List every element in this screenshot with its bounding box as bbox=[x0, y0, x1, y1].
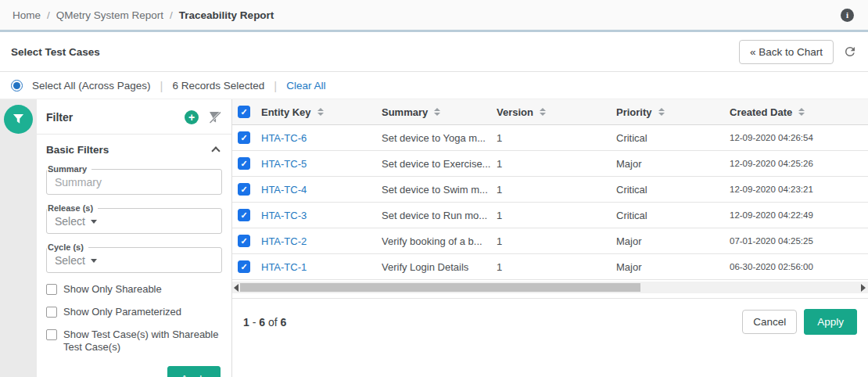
chevron-up-icon bbox=[211, 146, 220, 155]
checkbox-label: Show Only Shareable bbox=[63, 283, 162, 296]
column-header-entity-key[interactable]: Entity Key bbox=[261, 106, 382, 118]
release-field-label: Release (s) bbox=[47, 203, 98, 214]
show-shareable-testcase-checkbox[interactable] bbox=[46, 329, 57, 340]
breadcrumb-qmetry-system-report[interactable]: QMetry System Report bbox=[56, 9, 163, 21]
summary-input[interactable] bbox=[55, 176, 213, 188]
column-label: Priority bbox=[616, 106, 652, 118]
funnel-icon bbox=[13, 113, 24, 125]
refresh-icon[interactable] bbox=[843, 45, 857, 59]
cycle-select-value: Select bbox=[55, 254, 85, 267]
entity-key-link[interactable]: HTA-TC-6 bbox=[261, 132, 307, 144]
table-row: HTA-TC-5 Set device to Exercise... 1 Maj… bbox=[232, 151, 868, 177]
table-body: HTA-TC-6 Set device to Yoga m... 1 Criti… bbox=[232, 125, 868, 280]
column-label: Created Date bbox=[730, 106, 792, 118]
separator: | bbox=[160, 79, 163, 92]
column-header-summary[interactable]: Summary bbox=[382, 106, 497, 118]
column-label: Summary bbox=[382, 106, 428, 118]
table-row: HTA-TC-1 Verify Login Details 1 Major 06… bbox=[232, 254, 868, 280]
priority-cell: Critical bbox=[616, 184, 730, 196]
back-to-chart-button[interactable]: « Back to Chart bbox=[739, 40, 834, 64]
total-count: 6 bbox=[281, 316, 287, 329]
sort-icon bbox=[798, 108, 805, 116]
apply-button[interactable]: Apply bbox=[804, 309, 857, 335]
cycle-field[interactable]: Cycle (s) Select bbox=[46, 247, 222, 273]
breadcrumb-home[interactable]: Home bbox=[13, 9, 41, 21]
filter-panel-title: Filter bbox=[46, 111, 185, 124]
created-date-cell: 12-09-2020 04:26:54 bbox=[730, 133, 868, 142]
range-end: 6 bbox=[259, 316, 265, 329]
chevron-down-icon bbox=[91, 220, 97, 224]
column-label: Version bbox=[497, 106, 533, 118]
horizontal-scrollbar[interactable] bbox=[232, 282, 868, 293]
row-checkbox[interactable] bbox=[238, 183, 250, 196]
priority-cell: Critical bbox=[616, 210, 730, 221]
range-separator: - bbox=[253, 316, 256, 329]
summary-field: Summary bbox=[46, 169, 222, 195]
checkbox-label: Show Only Parameterized bbox=[63, 306, 181, 318]
release-select-value: Select bbox=[55, 215, 85, 228]
range-start: 1 bbox=[243, 316, 249, 329]
select-all-radio[interactable] bbox=[11, 80, 23, 92]
scroll-left-icon[interactable] bbox=[234, 284, 239, 292]
show-only-parameterized-checkbox[interactable] bbox=[46, 307, 57, 318]
entity-key-link[interactable]: HTA-TC-3 bbox=[261, 210, 307, 221]
sort-icon bbox=[317, 108, 324, 116]
add-filter-icon[interactable]: + bbox=[185, 110, 199, 124]
show-shareable-testcase-option: Show Test Case(s) with Shareable Test Ca… bbox=[46, 329, 222, 354]
row-checkbox[interactable] bbox=[238, 157, 250, 170]
column-label: Entity Key bbox=[261, 106, 311, 118]
row-checkbox[interactable] bbox=[238, 131, 250, 144]
sort-icon bbox=[658, 108, 665, 116]
select-all-checkbox[interactable] bbox=[238, 106, 250, 118]
summary-cell: Set device to Yoga m... bbox=[382, 132, 497, 144]
release-field[interactable]: Release (s) Select bbox=[46, 208, 222, 234]
scroll-right-icon[interactable] bbox=[861, 284, 866, 292]
version-cell: 1 bbox=[497, 158, 616, 170]
row-checkbox[interactable] bbox=[238, 260, 250, 273]
sort-icon bbox=[540, 108, 546, 116]
divider bbox=[37, 134, 231, 135]
show-only-shareable-checkbox[interactable] bbox=[46, 284, 57, 295]
priority-cell: Critical bbox=[616, 132, 730, 144]
breadcrumb: Home / QMetry System Report / Traceabili… bbox=[13, 9, 274, 21]
entity-key-link[interactable]: HTA-TC-5 bbox=[261, 158, 307, 170]
basic-filters-header[interactable]: Basic Filters bbox=[46, 144, 222, 156]
filter-apply-button[interactable]: Apply bbox=[167, 366, 221, 377]
left-rail bbox=[0, 99, 37, 377]
info-icon[interactable]: i bbox=[841, 9, 854, 22]
chevron-down-icon bbox=[91, 259, 97, 263]
header-actions: « Back to Chart bbox=[739, 40, 857, 64]
column-header-priority[interactable]: Priority bbox=[616, 106, 730, 118]
row-checkbox[interactable] bbox=[238, 209, 250, 221]
select-all-label: Select All (Across Pages) bbox=[32, 80, 151, 92]
summary-cell: Verify booking of a b... bbox=[382, 235, 497, 247]
entity-key-link[interactable]: HTA-TC-1 bbox=[261, 261, 307, 273]
column-header-version[interactable]: Version bbox=[497, 106, 616, 118]
entity-key-link[interactable]: HTA-TC-2 bbox=[261, 235, 307, 247]
section-header: Select Test Cases « Back to Chart bbox=[0, 32, 868, 72]
version-cell: 1 bbox=[497, 210, 616, 221]
pagination-range: 1 - 6 of 6 bbox=[243, 316, 742, 329]
created-date-cell: 06-30-2020 02:56:00 bbox=[730, 262, 868, 271]
entity-key-link[interactable]: HTA-TC-4 bbox=[261, 184, 307, 196]
summary-cell: Set device to Run mo... bbox=[382, 210, 497, 221]
row-checkbox[interactable] bbox=[238, 235, 250, 247]
created-date-cell: 12-09-2020 04:23:21 bbox=[730, 185, 868, 194]
clear-all-link[interactable]: Clear All bbox=[286, 80, 325, 92]
version-cell: 1 bbox=[497, 235, 616, 247]
main-content: Filter + Basic Filters Summary Release (… bbox=[0, 99, 868, 377]
show-only-shareable-option: Show Only Shareable bbox=[46, 283, 222, 296]
summary-cell: Verify Login Details bbox=[382, 261, 497, 273]
clear-filter-icon[interactable] bbox=[208, 110, 222, 124]
scrollbar-thumb[interactable] bbox=[240, 283, 640, 292]
basic-filters-title: Basic Filters bbox=[46, 144, 213, 156]
table-row: HTA-TC-3 Set device to Run mo... 1 Criti… bbox=[232, 203, 868, 228]
filter-toggle-button[interactable] bbox=[4, 105, 33, 134]
filter-panel: Filter + Basic Filters Summary Release (… bbox=[37, 99, 232, 377]
table-row: HTA-TC-4 Set device to Swim m... 1 Criti… bbox=[232, 177, 868, 203]
breadcrumb-separator: / bbox=[47, 9, 50, 21]
column-header-created-date[interactable]: Created Date bbox=[730, 106, 868, 118]
cancel-button[interactable]: Cancel bbox=[742, 310, 797, 334]
breadcrumb-bar: Home / QMetry System Report / Traceabili… bbox=[0, 0, 868, 30]
created-date-cell: 12-09-2020 04:25:26 bbox=[730, 159, 868, 168]
